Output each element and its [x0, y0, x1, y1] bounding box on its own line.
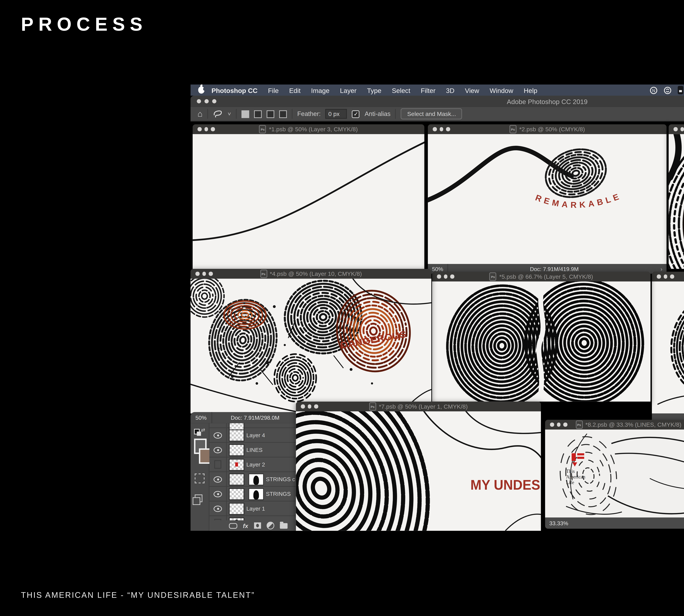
shazam-icon[interactable] — [664, 86, 671, 94]
doc-window-6-canvas[interactable]: MY UNDESIRABLE TALENT — [652, 282, 684, 413]
layer-mask-thumbnail[interactable] — [248, 488, 264, 500]
layer-thumbnail[interactable] — [229, 503, 244, 514]
menu-select[interactable]: Select — [392, 86, 410, 94]
layer-thumbnail[interactable] — [229, 444, 244, 456]
macos-menubar: Photoshop CC File Edit Image Layer Type … — [190, 85, 684, 96]
visibility-eye-icon[interactable] — [213, 491, 222, 497]
doc-window-2-canvas[interactable]: REMARKABLE — [428, 134, 667, 264]
visibility-eye-icon[interactable] — [213, 476, 222, 482]
screen-mode-icon[interactable] — [195, 494, 202, 502]
selection-new-icon[interactable] — [242, 110, 249, 118]
quick-mask-icon[interactable] — [195, 474, 204, 483]
doc-window-5-canvas[interactable] — [432, 282, 651, 402]
menu-help[interactable]: Help — [524, 86, 537, 94]
doc-title: *4.psb @ 50% (Layer 10, CMYK/8) — [270, 270, 362, 277]
layer-thumbnail[interactable] — [229, 473, 244, 485]
doc-window-6[interactable]: Ps*6.psb @ 50% (Layer 8, CMYK/8) MY UNDE… — [652, 272, 684, 423]
menu-image[interactable]: Image — [311, 86, 329, 94]
doc-window-7[interactable]: Ps*7.psb @ 50% (Layer 1, CMYK/8) MY UNDE… — [296, 402, 541, 531]
home-icon[interactable]: ⌂ — [198, 110, 203, 117]
layer-row-partial[interactable] — [209, 423, 298, 428]
layer-mask-thumbnail[interactable] — [248, 473, 264, 485]
zoom-level-input[interactable]: 33.33% — [545, 518, 572, 529]
doc-window-7-canvas[interactable]: MY UNDES — [296, 411, 541, 531]
add-mask-icon[interactable] — [254, 522, 261, 529]
creative-cloud-icon[interactable]: N — [649, 86, 657, 94]
layer-row[interactable]: STRINGS — [209, 487, 298, 501]
visibility-empty-icon[interactable] — [214, 460, 221, 468]
layer-row[interactable]: STRINGS c — [209, 472, 298, 487]
selection-subtract-icon[interactable] — [267, 110, 274, 118]
psb-file-icon: Ps — [260, 269, 267, 278]
layer-row[interactable]: Layer 1 — [209, 501, 298, 516]
link-layers-icon[interactable] — [229, 523, 237, 528]
doc-window-4-canvas[interactable]: DANGEROUS — [190, 279, 431, 414]
menu-edit[interactable]: Edit — [289, 86, 301, 94]
menu-app-name[interactable]: Photoshop CC — [211, 86, 257, 94]
layer-thumbnail[interactable] — [229, 458, 244, 470]
psb-file-icon: Ps — [259, 125, 266, 133]
menu-3d[interactable]: 3D — [446, 86, 454, 94]
selection-intersect-icon[interactable] — [279, 110, 287, 118]
menu-view[interactable]: View — [465, 86, 479, 94]
menu-window[interactable]: Window — [489, 86, 513, 94]
doc-window-5[interactable]: Ps*5.psb @ 66.7% (Layer 5, CMYK/8) — [432, 272, 651, 402]
doc-window-1[interactable]: Ps*1.psb @ 50% (Layer 3, CMYK/8) — [192, 124, 424, 269]
app-status-icon[interactable] — [678, 86, 683, 94]
layer-row[interactable]: LINES — [209, 443, 298, 458]
menu-layer[interactable]: Layer — [340, 86, 357, 94]
layers-panel-footer: fx — [209, 520, 298, 531]
doc-title: *1.psb @ 50% (Layer 3, CMYK/8) — [269, 126, 358, 133]
doc-window-5-titlebar[interactable]: Ps*5.psb @ 66.7% (Layer 5, CMYK/8) — [432, 272, 651, 282]
select-and-mask-button[interactable]: Select and Mask... — [401, 108, 462, 119]
menu-file[interactable]: File — [268, 86, 279, 94]
photoshop-titlebar[interactable]: Adobe Photoshop CC 2019 — [190, 96, 684, 107]
layer-style-fx-icon[interactable]: fx — [243, 522, 248, 529]
zoom-level-input[interactable]: 50% — [190, 412, 212, 423]
tal-logo-icon — [572, 453, 584, 466]
antialias-label: Anti-alias — [365, 110, 391, 117]
doc-window-6-titlebar[interactable]: Ps*6.psb @ 50% (Layer 8, CMYK/8) — [652, 272, 684, 282]
new-group-icon[interactable] — [280, 523, 287, 528]
footer-project-title: THIS AMERICAN LIFE - “MY UNDESIRABLE TAL… — [21, 591, 255, 599]
selection-add-icon[interactable] — [254, 110, 262, 118]
doc-window-82-statusbar: 33.33% — [545, 518, 684, 529]
apple-icon[interactable] — [198, 87, 205, 94]
doc-window-7-titlebar[interactable]: Ps*7.psb @ 50% (Layer 1, CMYK/8) — [296, 402, 541, 411]
feather-input[interactable]: 0 px — [325, 109, 347, 119]
doc-window-3-canvas[interactable]: DECEITFUL — [669, 134, 684, 269]
menu-type[interactable]: Type — [367, 86, 381, 94]
doc-window-4-titlebar[interactable]: Ps*4.psb @ 50% (Layer 10, CMYK/8) — [190, 269, 431, 279]
doc-window-82-canvas[interactable]: This American Life — [545, 430, 684, 518]
doc-window-2-titlebar[interactable]: Ps*2.psb @ 50% (CMYK/8) — [428, 124, 667, 134]
doc-window-3[interactable]: Ps*3.2.psb @ 50% (Layer 16, CMYK/8) DECE… — [669, 124, 684, 269]
visibility-eye-icon[interactable] — [213, 505, 222, 511]
default-swatches-icon[interactable] — [194, 429, 200, 435]
layer-thumbnail[interactable] — [229, 488, 244, 500]
doc-window-82-titlebar[interactable]: Ps*8.2.psb @ 33.3% (LINES, CMYK/8) — [545, 420, 684, 430]
layer-name: STRINGS — [266, 491, 291, 497]
psb-file-icon: Ps — [509, 125, 517, 133]
doc-window-1-titlebar[interactable]: Ps*1.psb @ 50% (Layer 3, CMYK/8) — [192, 124, 424, 134]
status-more-chevron-icon[interactable]: › — [660, 266, 666, 272]
layer-row[interactable]: Layer 2 — [209, 458, 298, 472]
layer-thumbnail[interactable] — [229, 429, 244, 441]
layers-statusbar: 50% Doc: 7.91M/298.0M — [190, 412, 298, 423]
tool-dropdown-chevron-icon[interactable]: ˅ — [228, 111, 231, 117]
layer-name: LINES — [246, 447, 263, 453]
doc-window-3-titlebar[interactable]: Ps*3.2.psb @ 50% (Layer 16, CMYK/8) — [669, 124, 684, 134]
visibility-eye-icon[interactable] — [213, 432, 222, 438]
doc-window-82[interactable]: Ps*8.2.psb @ 33.3% (LINES, CMYK/8) This — [545, 420, 684, 529]
layer-row[interactable]: Layer 4 — [209, 428, 298, 443]
doc-window-1-canvas[interactable] — [192, 134, 424, 269]
swap-swatches-icon[interactable]: ⇄ — [201, 427, 205, 433]
adjustment-layer-icon[interactable] — [266, 522, 274, 529]
doc-window-2[interactable]: Ps*2.psb @ 50% (CMYK/8) REMARKABLE 50% D… — [428, 124, 667, 274]
doc-window-4[interactable]: Ps*4.psb @ 50% (Layer 10, CMYK/8) DANGER… — [190, 269, 431, 413]
psb-file-icon: Ps — [576, 420, 583, 429]
app-title: Adobe Photoshop CC 2019 — [190, 97, 684, 105]
menu-filter[interactable]: Filter — [421, 86, 436, 94]
visibility-eye-icon[interactable] — [213, 447, 222, 453]
antialias-checkbox[interactable]: ✓ — [352, 110, 360, 118]
lasso-tool-icon[interactable] — [213, 109, 223, 119]
